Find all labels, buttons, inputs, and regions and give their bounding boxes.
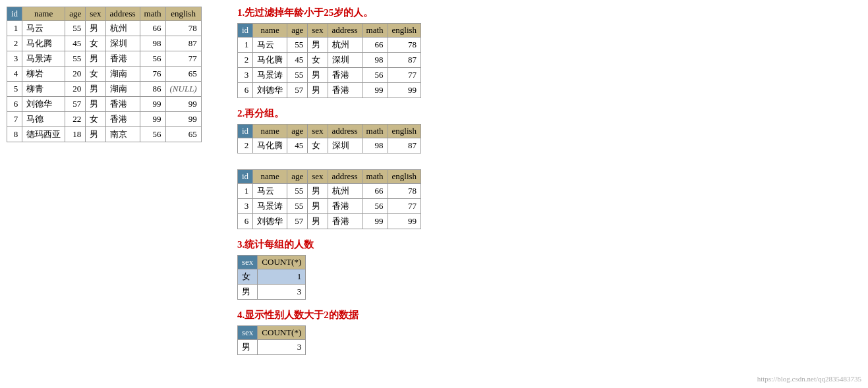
- cell-math: 99: [140, 97, 165, 112]
- table-row: 5柳青20男湖南86(NULL): [7, 82, 202, 97]
- section2-male-table: id name age sex address math english 1马云…: [237, 169, 421, 229]
- table-row: 3马景涛55男香港5677: [238, 199, 421, 214]
- s2f-col-english: english: [388, 125, 421, 138]
- cell-address: 深圳: [105, 36, 140, 51]
- col-header-math: math: [140, 7, 165, 21]
- cell-math: 98: [362, 138, 388, 153]
- cell-sex: 男: [308, 38, 328, 53]
- cell-math: 99: [140, 112, 165, 127]
- table-row: 2马化腾45女深圳9887: [238, 53, 421, 68]
- cell-name: 刘德华: [22, 97, 65, 112]
- s4-col-sex: sex: [238, 326, 258, 340]
- cell-sex: 男: [86, 51, 105, 67]
- section2-female-body: 2马化腾45女深圳9887: [238, 138, 421, 153]
- cell-age: 57: [287, 83, 308, 98]
- table-row: 女1: [238, 269, 306, 285]
- s2m-col-sex: sex: [308, 170, 328, 184]
- section2-male-body: 1马云55男杭州66783马景涛55男香港56776刘德华57男香港9999: [238, 184, 421, 229]
- s1-col-id: id: [238, 24, 253, 38]
- cell-address: 香港: [105, 112, 140, 127]
- section4-body: 男3: [238, 340, 306, 355]
- cell-id: 6: [7, 97, 22, 112]
- cell-address: 杭州: [328, 38, 362, 53]
- cell-address: 南京: [105, 127, 140, 142]
- cell-address: 湖南: [105, 82, 140, 97]
- cell-id: 3: [238, 199, 253, 214]
- section3-title: 3.统计每组的人数: [237, 238, 861, 251]
- cell-address: 香港: [328, 83, 362, 98]
- s2f-col-age: age: [287, 125, 308, 138]
- s2f-col-sex: sex: [308, 125, 328, 138]
- table-row: 8德玛西亚18男南京5665: [7, 127, 202, 142]
- cell-age: 55: [65, 21, 86, 36]
- cell-id: 8: [7, 127, 22, 142]
- s2m-col-english: english: [388, 170, 421, 184]
- cell-id: 1: [238, 38, 253, 53]
- cell-name: 马化腾: [253, 53, 287, 68]
- section3-table: sex COUNT(*) 女1男3: [237, 255, 306, 300]
- s1-col-english: english: [388, 24, 421, 38]
- cell-sex: 男: [308, 83, 328, 98]
- cell-sex: 女: [86, 112, 105, 127]
- cell-english: 99: [165, 97, 201, 112]
- s4-col-count: COUNT(*): [258, 326, 306, 340]
- cell-age: 57: [65, 97, 86, 112]
- cell-english: 99: [388, 83, 421, 98]
- cell-english: 87: [388, 138, 421, 153]
- right-panel: 1.先过滤掉年龄小于25岁的人。 id name age sex address…: [237, 7, 861, 381]
- table-row: 男3: [238, 285, 306, 300]
- cell-english: 65: [165, 67, 201, 82]
- table-row: 1马云55男杭州6678: [7, 21, 202, 36]
- cell-id: 3: [238, 68, 253, 83]
- cell-address: 香港: [105, 51, 140, 67]
- cell-sex: 男: [308, 184, 328, 199]
- cell-english: 78: [165, 21, 201, 36]
- cell-sex: 男: [238, 340, 258, 355]
- table-row: 1马云55男杭州6678: [238, 184, 421, 199]
- cell-math: 99: [362, 214, 388, 229]
- table-row: 3马景涛55男香港5677: [7, 51, 202, 67]
- cell-english: (NULL): [165, 82, 201, 97]
- cell-sex: 女: [86, 67, 105, 82]
- cell-english: 87: [388, 53, 421, 68]
- cell-id: 6: [238, 214, 253, 229]
- cell-name: 马化腾: [253, 138, 287, 153]
- cell-address: 香港: [328, 214, 362, 229]
- cell-address: 深圳: [328, 138, 362, 153]
- cell-age: 55: [287, 184, 308, 199]
- cell-english: 77: [165, 51, 201, 67]
- section4-title: 4.显示性别人数大于2的数据: [237, 309, 861, 321]
- s1-col-math: math: [362, 24, 388, 38]
- col-header-name: name: [22, 7, 65, 21]
- cell-sex: 男: [308, 199, 328, 214]
- s2f-col-address: address: [328, 125, 362, 138]
- cell-age: 22: [65, 112, 86, 127]
- cell-id: 2: [238, 138, 253, 153]
- col-header-english: english: [165, 7, 201, 21]
- cell-english: 87: [165, 36, 201, 51]
- left-panel: id name age sex address math english 1马云…: [7, 7, 217, 381]
- s3-col-sex: sex: [238, 256, 258, 269]
- cell-name: 刘德华: [253, 83, 287, 98]
- cell-age: 45: [65, 36, 86, 51]
- cell-name: 马景涛: [22, 51, 65, 67]
- cell-address: 香港: [105, 97, 140, 112]
- cell-name: 马景涛: [253, 199, 287, 214]
- cell-english: 99: [388, 214, 421, 229]
- section1-title: 1.先过滤掉年龄小于25岁的人。: [237, 7, 861, 19]
- cell-math: 56: [362, 68, 388, 83]
- col-header-age: age: [65, 7, 86, 21]
- section1-table: id name age sex address math english 1马云…: [237, 23, 421, 98]
- cell-sex: 女: [308, 138, 328, 153]
- table-row: 3马景涛55男香港5677: [238, 68, 421, 83]
- cell-id: 2: [238, 53, 253, 68]
- section2-title: 2.再分组。: [237, 107, 861, 120]
- cell-name: 马景涛: [253, 68, 287, 83]
- s1-col-age: age: [287, 24, 308, 38]
- cell-address: 香港: [328, 199, 362, 214]
- cell-name: 马化腾: [22, 36, 65, 51]
- section2-female-table: id name age sex address math english 2马化…: [237, 124, 421, 153]
- section4-table-wrap: sex COUNT(*) 男3: [237, 325, 861, 355]
- cell-age: 45: [287, 138, 308, 153]
- section3-body: 女1男3: [238, 269, 306, 300]
